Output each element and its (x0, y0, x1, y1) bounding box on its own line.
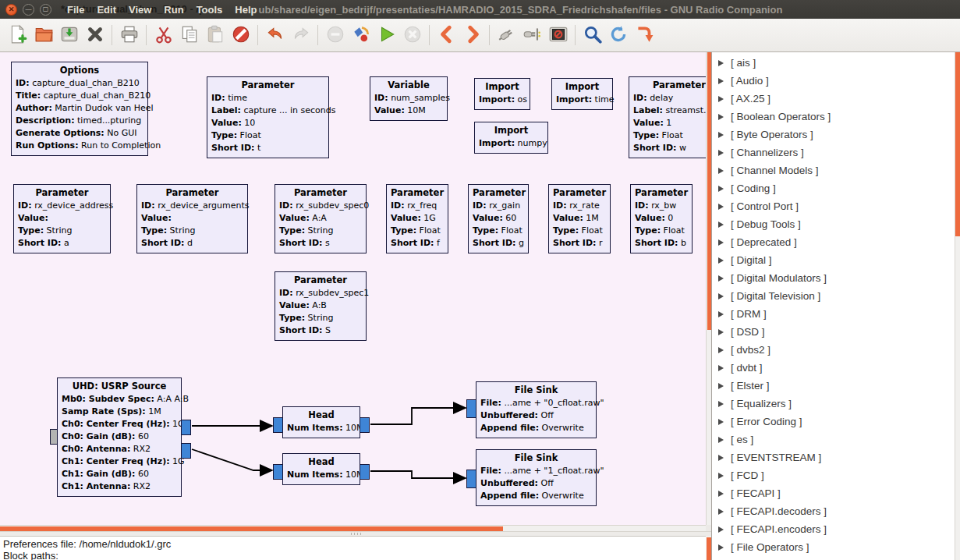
library-category-filters[interactable]: [ Filters ] (712, 556, 954, 560)
expander-triangle-icon[interactable] (718, 455, 724, 461)
expander-triangle-icon[interactable] (718, 168, 724, 174)
block-param_rx_bw[interactable]: ParameterID: rx_bwValue: 0Type: FloatSho… (630, 184, 693, 253)
block-file_sink_1[interactable]: File SinkFile: ...ame + "1_cfloat.raw"Un… (476, 449, 597, 506)
forward-button[interactable] (459, 23, 485, 48)
library-category-fecapi-encoders[interactable]: [ FECAPI.encoders ] (712, 520, 954, 538)
library-category-dvbs2[interactable]: [ dvbs2 ] (712, 341, 954, 359)
library-category-deprecated[interactable]: [ Deprecated ] (712, 233, 954, 251)
expander-triangle-icon[interactable] (718, 526, 724, 533)
back-button[interactable] (434, 23, 459, 48)
library-scrollbar-thumb[interactable] (955, 52, 960, 236)
block-head_0[interactable]: HeadNum Items: 10M (282, 406, 360, 438)
message-port-left[interactable] (50, 429, 58, 445)
flowgraph-errors-button[interactable] (631, 23, 657, 48)
library-category-digital-television[interactable]: [ Digital Television ] (712, 287, 954, 305)
connection-wire[interactable] (370, 408, 466, 424)
library-category-digital-modulators[interactable]: [ Digital Modulators ] (712, 269, 954, 287)
expander-triangle-icon[interactable] (718, 239, 724, 246)
stream-port-left[interactable] (466, 399, 476, 418)
stream-port-right[interactable] (360, 417, 370, 433)
library-category-fecapi-decoders[interactable]: [ FECAPI.decoders ] (712, 502, 954, 520)
block-usrp_source[interactable]: UHD: USRP SourceMb0: Subdev Spec: A:A A:… (57, 377, 182, 497)
stream-port-left[interactable] (466, 470, 476, 488)
expander-triangle-icon[interactable] (718, 437, 724, 443)
menu-run[interactable]: Run (158, 4, 190, 16)
block-variable_num_samples[interactable]: VariableID: num_samplesValue: 10M (370, 76, 448, 121)
expander-triangle-icon[interactable] (718, 419, 724, 425)
close-window-icon[interactable]: ✕ (5, 4, 17, 16)
canvas-horizontal-scrollbar[interactable] (0, 525, 706, 531)
library-category-audio[interactable]: [ Audio ] (712, 72, 954, 90)
save-button[interactable] (56, 23, 82, 48)
library-category-error-coding[interactable]: [ Error Coding ] (712, 413, 954, 431)
block-param_time[interactable]: ParameterID: timeLabel: capture ... in s… (207, 76, 329, 158)
expander-triangle-icon[interactable] (718, 365, 724, 371)
expander-triangle-icon[interactable] (718, 257, 724, 264)
library-category-dvbt[interactable]: [ dvbt ] (712, 359, 954, 377)
console-scrollbar[interactable] (706, 536, 711, 560)
plug-connect-button[interactable] (519, 23, 545, 48)
expander-triangle-icon[interactable] (718, 132, 724, 138)
stream-port-left[interactable] (273, 464, 283, 480)
stream-port-right[interactable] (181, 420, 191, 435)
reload-blocks-button[interactable] (605, 23, 631, 48)
expander-triangle-icon[interactable] (718, 150, 724, 156)
plug-disconnect-button[interactable] (494, 23, 519, 48)
library-category-control-port[interactable]: [ Control Port ] (712, 197, 954, 215)
expander-triangle-icon[interactable] (718, 293, 724, 299)
expander-triangle-icon[interactable] (718, 401, 724, 407)
close-tab-button[interactable] (82, 23, 108, 48)
expander-triangle-icon[interactable] (718, 60, 724, 66)
minimize-window-icon[interactable]: — (23, 4, 34, 16)
expander-triangle-icon[interactable] (718, 275, 724, 282)
block-options[interactable]: OptionsID: capture_dual_chan_B210Title: … (11, 62, 148, 156)
block-param_rx_subdev_spec1[interactable]: ParameterID: rx_subdev_spec1Value: A:BTy… (275, 271, 367, 341)
connection-wire[interactable] (370, 471, 466, 478)
library-category-dsd[interactable]: [ DSD ] (712, 323, 954, 341)
library-category-digital[interactable]: [ Digital ] (712, 251, 954, 269)
library-category-elster[interactable]: [ Elster ] (712, 377, 954, 395)
copy-button[interactable] (176, 23, 202, 48)
open-button[interactable] (30, 23, 56, 48)
expander-triangle-icon[interactable] (718, 347, 724, 353)
menu-edit[interactable]: Edit (90, 4, 122, 16)
library-category-debug-tools[interactable]: [ Debug Tools ] (712, 215, 954, 233)
expander-triangle-icon[interactable] (718, 544, 724, 551)
pane-divider-grip[interactable] (351, 533, 362, 535)
library-category-fcd[interactable]: [ FCD ] (712, 466, 954, 484)
library-category-coding[interactable]: [ Coding ] (712, 179, 954, 197)
library-scrollbar[interactable] (955, 52, 960, 560)
menu-view[interactable]: View (122, 4, 158, 16)
expander-triangle-icon[interactable] (718, 186, 724, 192)
expander-triangle-icon[interactable] (718, 78, 724, 84)
find-block-button[interactable] (579, 23, 605, 48)
maximize-window-icon[interactable]: ▢ (40, 4, 51, 16)
menu-tools[interactable]: Tools (190, 4, 229, 16)
new-file-button[interactable] (5, 23, 30, 48)
execute-flowgraph-button[interactable] (374, 23, 399, 48)
block-import_time[interactable]: ImportImport: time (551, 78, 613, 110)
expander-triangle-icon[interactable] (718, 311, 724, 317)
library-category-drm[interactable]: [ DRM ] (712, 305, 954, 323)
expander-triangle-icon[interactable] (718, 114, 724, 120)
expander-triangle-icon[interactable] (718, 222, 724, 228)
block-import_numpy[interactable]: ImportImport: numpy (474, 122, 548, 154)
library-category-equalizers[interactable]: [ Equalizers ] (712, 395, 954, 413)
library-category-channelizers[interactable]: [ Channelizers ] (712, 144, 954, 161)
block-param_rx_subdev_spec0[interactable]: ParameterID: rx_subdev_spec0Value: A:ATy… (275, 184, 367, 253)
library-category-ais[interactable]: [ ais ] (712, 54, 954, 72)
stream-port-right[interactable] (360, 464, 370, 480)
library-category-eventstream[interactable]: [ EVENTSTREAM ] (712, 448, 954, 466)
cut-button[interactable] (151, 23, 176, 48)
library-category-es[interactable]: [ es ] (712, 431, 954, 448)
stream-port-right[interactable] (181, 443, 191, 459)
expander-triangle-icon[interactable] (718, 473, 724, 479)
library-category-file-operators[interactable]: [ File Operators ] (712, 538, 954, 556)
expander-triangle-icon[interactable] (718, 204, 724, 210)
expander-triangle-icon[interactable] (718, 509, 724, 515)
undo-button[interactable] (262, 23, 288, 48)
menu-file[interactable]: File (61, 4, 90, 16)
generate-flowgraph-button[interactable] (348, 23, 374, 48)
library-category-channel-models[interactable]: [ Channel Models ] (712, 161, 954, 179)
block-head_1[interactable]: HeadNum Items: 10M (282, 453, 360, 485)
